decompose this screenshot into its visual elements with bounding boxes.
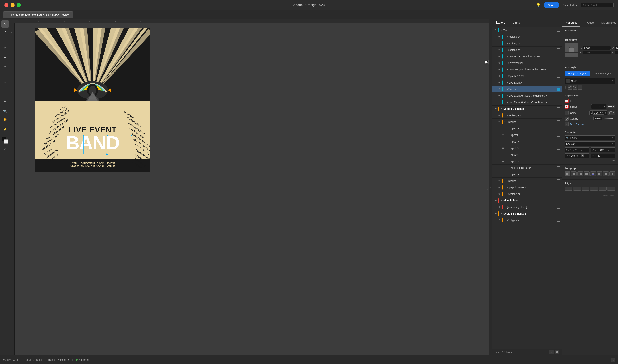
tracking-input[interactable]: [597, 155, 604, 157]
zoom-increase-button[interactable]: ▼: [16, 358, 19, 361]
comments-button[interactable]: 💬: [483, 60, 489, 65]
align-justify-button[interactable]: [584, 171, 589, 176]
layer-item-design-elements[interactable]: 👁▾Design Elements: [493, 105, 562, 112]
font-size-down[interactable]: ▼: [568, 150, 570, 152]
layer-item-group1[interactable]: 👁▾<group>: [493, 119, 562, 125]
layer-item-polygon[interactable]: 👁<polygon>: [493, 217, 562, 223]
fill-stroke-indicator[interactable]: [2, 137, 8, 143]
leading-extra-down[interactable]: ▼: [608, 150, 609, 152]
scissors-tool[interactable]: ✂: [1, 79, 9, 86]
w-input[interactable]: [615, 46, 618, 50]
direct-select-tool[interactable]: ↗: [1, 28, 9, 36]
corner-decrease-button[interactable]: ▲: [590, 112, 592, 114]
layer-item-your-image[interactable]: 👁[your image here]: [493, 204, 562, 210]
layer-visibility-rectangle1[interactable]: 👁: [498, 35, 501, 39]
help-icon[interactable]: 💡: [536, 3, 541, 7]
panel-toggle[interactable]: ‹: [489, 19, 492, 355]
stroke-decrease-button[interactable]: ▲: [592, 106, 594, 108]
layers-menu-button[interactable]: ≡: [555, 21, 562, 25]
leading-input[interactable]: [597, 149, 607, 151]
layer-lock-path1[interactable]: [553, 127, 556, 130]
layer-expand-text-layer[interactable]: ▾: [500, 29, 503, 32]
working-style-dropdown[interactable]: [Basic] (working) ▾: [48, 358, 69, 361]
layer-visibility-7pm[interactable]: 👁: [498, 74, 501, 78]
stroke-type-dropdown[interactable]: ▾: [607, 105, 615, 108]
layer-lock-7pm[interactable]: [553, 75, 556, 78]
layer-item-liveeventat2[interactable]: 👁<Live EventAt Music VenueDoor...>: [493, 99, 562, 105]
layer-lock-band-follow[interactable]: [553, 55, 556, 58]
layer-visibility-group2[interactable]: 👁: [498, 179, 501, 183]
hand-tool[interactable]: ✋: [1, 116, 9, 123]
pencil-tool[interactable]: ✏: [1, 63, 9, 70]
properties-tab[interactable]: Properties: [562, 19, 580, 27]
layer-visibility-liveeventat2[interactable]: 👁: [498, 101, 501, 104]
layer-lock-path4[interactable]: [553, 147, 556, 150]
layer-item-liveevent[interactable]: 👁<Live Event>: [493, 79, 562, 86]
align-right-edge-button[interactable]: ⊣: [582, 187, 590, 191]
stroke-swatch-indicator[interactable]: [565, 105, 569, 109]
layer-visibility-band-follow[interactable]: 👁: [498, 55, 501, 58]
indent-decrease-button[interactable]: ←¶: [568, 85, 572, 90]
corner-value-input[interactable]: [592, 111, 604, 115]
first-page-button[interactable]: |◀: [25, 358, 28, 361]
layer-lock-your-image[interactable]: [553, 206, 556, 208]
essentials-button[interactable]: Essentials ▾: [563, 3, 577, 7]
leading-extra-up[interactable]: ▲: [608, 148, 609, 150]
maximize-button[interactable]: [17, 3, 21, 7]
font-style-dropdown[interactable]: Regular ▾: [565, 142, 615, 146]
stroke-value-input[interactable]: [594, 105, 603, 108]
close-button[interactable]: [4, 3, 8, 7]
layer-lock-eventvenue[interactable]: [553, 62, 556, 65]
layer-item-design-elements2[interactable]: 👁▾Design Elements 2: [493, 210, 562, 217]
page-tool[interactable]: ↕: [1, 36, 9, 44]
layer-visibility-group1[interactable]: 👁: [498, 120, 501, 124]
leading-up[interactable]: ▲: [595, 148, 596, 150]
opacity-input[interactable]: [593, 117, 602, 120]
last-page-button[interactable]: ▶|: [39, 358, 42, 361]
layer-visibility-path7[interactable]: 👁: [501, 172, 505, 176]
layer-visibility-rectangle3[interactable]: 👁: [498, 48, 501, 52]
opacity-slider[interactable]: [603, 118, 613, 119]
paragraph-styles-tab[interactable]: Paragraph Styles: [565, 71, 590, 76]
layer-item-7pm[interactable]: 👁<7pm14.07.65>: [493, 73, 562, 79]
fx-icon[interactable]: fx: [565, 122, 569, 126]
view-mode-button[interactable]: ⊞: [611, 358, 615, 362]
drop-shadow-link[interactable]: Drop Shadow: [570, 123, 584, 126]
gap-tool[interactable]: ⊕: [1, 44, 9, 52]
stock-search-input[interactable]: [581, 3, 614, 7]
layer-item-path1[interactable]: 👁<path>: [493, 125, 562, 132]
align-center2-button[interactable]: [603, 171, 609, 176]
y-input[interactable]: [583, 51, 611, 54]
next-page-button[interactable]: ▶: [36, 358, 39, 361]
add-style-button[interactable]: +: [578, 85, 582, 90]
align-left-edge-button[interactable]: ⊢: [565, 187, 572, 191]
layer-lock-design-elements[interactable]: [553, 107, 556, 110]
layer-expand-placeholder[interactable]: ▾: [500, 199, 503, 202]
preflight-tool[interactable]: ⚡: [1, 126, 9, 133]
layer-item-path2[interactable]: 👁<path>: [493, 132, 562, 138]
panel-collapse-icon[interactable]: ‹: [487, 188, 488, 191]
align-bottom-edge-button[interactable]: ⊥: [607, 187, 615, 191]
layer-visibility-compound-path[interactable]: 👁: [501, 166, 505, 170]
zoom-tool[interactable]: 🔍: [1, 108, 9, 115]
layer-lock-rect-de[interactable]: [553, 114, 556, 117]
document-tab[interactable]: ✕ FileInfo.com Example.indd @ 56% [GPU P…: [3, 12, 73, 18]
poster[interactable]: LIVE EVENT AT MUSIC VENUE DOORS OPEN @7P…: [35, 28, 151, 172]
layers-tab[interactable]: Layers: [493, 19, 509, 26]
layer-lock-rectangle1[interactable]: [553, 35, 556, 38]
layer-visibility-path6[interactable]: 👁: [501, 159, 505, 163]
layer-visibility-graphic-frame[interactable]: 👁: [498, 186, 501, 189]
layer-visibility-band[interactable]: 👁: [498, 87, 501, 91]
align-left-button[interactable]: [565, 171, 570, 176]
layer-lock-text-layer[interactable]: [553, 29, 556, 32]
layer-visibility-rect-de2[interactable]: 👁: [498, 192, 501, 196]
align-left2-button[interactable]: [597, 171, 602, 176]
layer-lock-path6[interactable]: [553, 160, 556, 163]
layer-visibility-design-elements[interactable]: 👁: [494, 107, 498, 111]
layer-lock-prebook[interactable]: [553, 68, 556, 71]
layer-item-path4[interactable]: 👁<path>: [493, 145, 562, 151]
font-size-input[interactable]: [570, 149, 580, 151]
layer-item-rectangle3[interactable]: 👁<rectangle>: [493, 47, 562, 53]
layer-visibility-path5[interactable]: 👁: [501, 153, 505, 156]
leading-down[interactable]: ▼: [595, 150, 596, 152]
